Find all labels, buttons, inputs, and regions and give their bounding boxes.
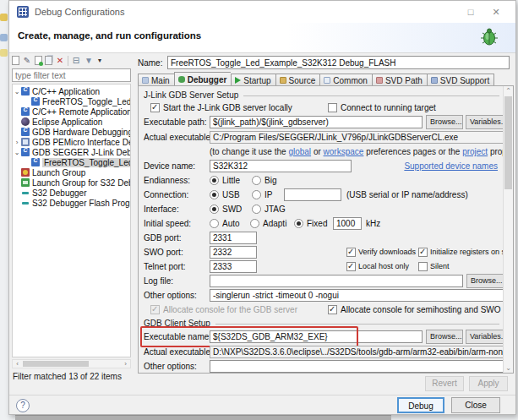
speed-adaptive-radio[interactable] <box>250 219 259 228</box>
connect-running-target-checkbox[interactable] <box>328 103 337 112</box>
start-gdb-server-checkbox[interactable] <box>150 103 160 112</box>
tree-item[interactable]: Launch Group for S32 Debugger <box>13 177 131 188</box>
local-host-only-checkbox[interactable] <box>346 262 356 271</box>
gdb-port-input[interactable] <box>210 232 257 244</box>
project-link[interactable]: project <box>462 147 488 156</box>
tab-bar: Main Debugger Startup Source Common SVD … <box>138 72 494 86</box>
name-input[interactable] <box>167 56 510 69</box>
browse-client-button[interactable]: Browse... <box>426 330 463 344</box>
scrollbar-thumb[interactable] <box>504 96 512 189</box>
debugger-tab-icon <box>178 76 185 83</box>
executable-name-input[interactable] <box>210 330 423 343</box>
s32-debugger-flash-icon <box>21 199 30 207</box>
view-menu-icon[interactable]: ▾ <box>96 56 103 66</box>
tree-item[interactable]: S32 Debugger <box>13 188 87 198</box>
connection-usb-radio[interactable] <box>210 190 219 199</box>
log-file-input[interactable] <box>210 275 463 287</box>
tree-horizontal-scrollbar[interactable]: ‹ › <box>12 359 131 368</box>
verify-downloads-label: Verify downloads <box>358 248 416 256</box>
telnet-port-input[interactable] <box>210 260 257 273</box>
variables-server-button[interactable]: Variables... <box>466 115 506 129</box>
tab-svd-support[interactable]: SVD Support <box>427 74 494 86</box>
tab-svd-path[interactable]: SVD Path <box>372 74 427 86</box>
scroll-right-icon[interactable]: › <box>121 360 130 368</box>
supported-device-names-link[interactable]: Supported device names <box>404 161 498 171</box>
export-icon[interactable] <box>35 56 42 65</box>
expander-icon[interactable]: › <box>13 139 21 146</box>
interface-swd-radio[interactable] <box>210 205 219 214</box>
name-label: Name: <box>138 58 162 68</box>
scrollbar-thumb[interactable] <box>23 361 89 367</box>
server-other-options-input[interactable] <box>210 289 506 302</box>
collapse-all-icon[interactable]: ⊟ <box>71 56 81 66</box>
screen: Debug Configurations □ ✕ Create, manage,… <box>0 0 518 420</box>
swo-port-input[interactable] <box>210 246 257 259</box>
endianness-label: Endianness: <box>144 176 190 185</box>
help-button[interactable]: ? <box>16 399 30 412</box>
tree-item-label: GDB PEMicro Interface Debuggir <box>32 138 131 147</box>
scroll-left-icon[interactable]: ‹ <box>13 360 22 368</box>
variables-client-button[interactable]: Variables... <box>466 330 506 344</box>
tree-item[interactable]: ⌄C/C++ Application <box>13 86 100 96</box>
endianness-big-radio[interactable] <box>252 176 261 185</box>
filter-input[interactable] <box>12 68 131 82</box>
tree-item[interactable]: GDB Hardware Debugging <box>13 127 131 137</box>
expander-icon[interactable]: ⌄ <box>13 149 21 156</box>
filter-icon[interactable]: ▼ <box>84 56 94 66</box>
client-other-options-input[interactable] <box>210 360 506 373</box>
revert-button[interactable]: Revert <box>425 376 464 391</box>
expander-icon[interactable]: ⌄ <box>13 88 21 95</box>
connection-hint: (USB serial or IP name/address) <box>346 190 468 199</box>
banner-title: Create, manage, and run configurations <box>18 30 201 41</box>
close-button[interactable]: Close <box>451 397 500 413</box>
delete-icon[interactable]: ✕ <box>55 56 65 66</box>
tree-item[interactable]: Eclipse Application <box>13 117 102 127</box>
tree-item[interactable]: ›GDB PEMicro Interface Debuggir <box>13 137 131 147</box>
copy-icon[interactable] <box>45 56 52 65</box>
maximize-button[interactable]: □ <box>463 5 478 19</box>
speed-auto-radio[interactable] <box>210 219 219 228</box>
tree-item[interactable]: S32 Debugger Flash Programme <box>13 198 131 208</box>
c-application-icon <box>21 87 30 95</box>
client-actual-executable-value <box>210 346 506 358</box>
content-vertical-scrollbar[interactable]: ⌃ ⌄ <box>503 86 513 373</box>
browse-server-button[interactable]: Browse... <box>426 115 463 129</box>
debug-configurations-icon <box>17 6 29 18</box>
tree-item[interactable]: C/C++ Remote Application <box>13 106 131 117</box>
tab-common[interactable]: Common <box>319 74 372 86</box>
main-tab-icon <box>142 77 149 84</box>
init-registers-checkbox[interactable] <box>418 248 428 257</box>
new-configuration-icon[interactable] <box>12 56 19 65</box>
browse-log-button[interactable]: Browse... <box>466 274 506 288</box>
interface-jtag-radio[interactable] <box>252 205 261 214</box>
scroll-up-icon[interactable]: ⌃ <box>504 87 513 95</box>
debug-button[interactable]: Debug <box>397 397 444 413</box>
tab-main[interactable]: Main <box>138 74 174 86</box>
apply-button[interactable]: Apply <box>469 376 508 391</box>
tab-source[interactable]: Source <box>275 74 320 86</box>
verify-downloads-checkbox[interactable] <box>346 248 356 257</box>
tree-item[interactable]: ⌄GDB SEGGER J-Link Debugging <box>13 147 131 157</box>
silent-checkbox[interactable] <box>418 262 428 271</box>
connection-address-input[interactable] <box>284 188 341 201</box>
device-name-input[interactable] <box>210 160 352 172</box>
connection-ip-radio[interactable] <box>252 190 261 199</box>
tree-item[interactable]: Launch Group <box>13 167 85 177</box>
allocate-semihosting-console-checkbox[interactable] <box>328 305 337 314</box>
tree-item[interactable]: FreeRTOS_Toggle_Led_Examp <box>13 96 131 106</box>
workspace-link[interactable]: workspace <box>324 147 364 156</box>
preferences-hint: (to change it use the global or workspac… <box>210 147 514 156</box>
speed-fixed-radio[interactable] <box>294 219 303 228</box>
tab-startup[interactable]: Startup <box>231 74 275 86</box>
speed-khz-input[interactable] <box>333 217 362 230</box>
swo-port-label: SWO port: <box>144 248 183 257</box>
tree-item-selected[interactable]: FreeRTOS_Toggle_Led_Examp <box>13 157 131 167</box>
executable-path-input[interactable] <box>210 116 423 128</box>
global-link[interactable]: global <box>288 147 311 156</box>
scroll-down-icon[interactable]: ⌄ <box>504 364 513 372</box>
tab-debugger[interactable]: Debugger <box>174 72 232 86</box>
duplicate-icon[interactable]: ✎ <box>22 56 32 66</box>
close-window-button[interactable]: ✕ <box>488 5 504 19</box>
tree-item-label: GDB SEGGER J-Link Debugging <box>32 148 131 157</box>
endianness-little-radio[interactable] <box>210 176 219 185</box>
